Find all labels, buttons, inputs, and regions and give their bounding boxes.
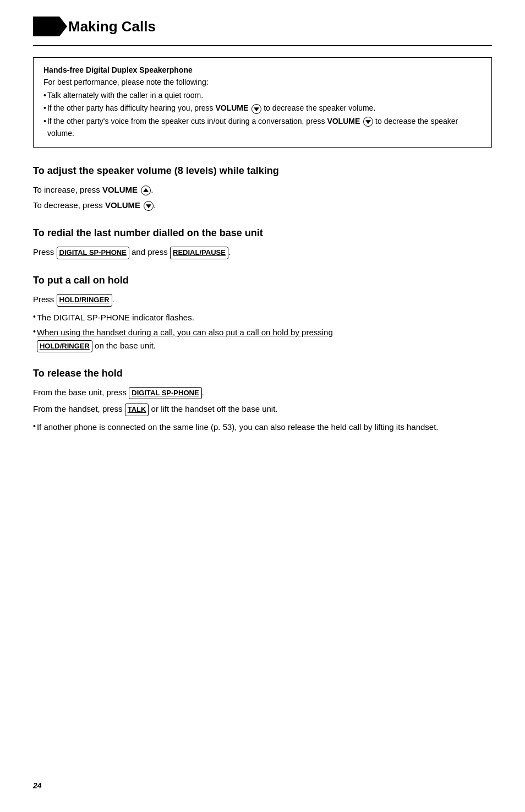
- section-title-redial: To redial the last number dialled on the…: [33, 227, 492, 239]
- notice-box: Hands-free Digital Duplex Speakerphone F…: [33, 57, 492, 148]
- bullet-dot: •: [43, 102, 46, 115]
- section-title-adjust-volume: To adjust the speaker volume (8 levels) …: [33, 165, 492, 177]
- notice-bullet-3: • If the other party's voice from the sp…: [43, 116, 482, 139]
- bullet-dot: •: [33, 326, 36, 338]
- digital-sp-phone-key: DIGITAL SP-PHONE: [57, 247, 129, 259]
- hold-bullet-2: • When using the handset during a call, …: [33, 326, 492, 352]
- section-title-hold: To put a call on hold: [33, 275, 492, 286]
- notice-box-intro: For best performance, please note the fo…: [43, 77, 482, 139]
- volume-up-icon: [141, 186, 151, 195]
- arrow-icon: [33, 17, 59, 36]
- hold-bullet-list: • The DIGITAL SP-PHONE indicator flashes…: [33, 311, 492, 352]
- talk-key: TALK: [125, 404, 149, 416]
- bullet-dot: •: [43, 90, 46, 102]
- page-title: Making Calls: [68, 18, 156, 35]
- hold-ringer-key: HOLD/RINGER: [57, 294, 112, 307]
- volume-down-icon-3: [144, 201, 154, 211]
- section-body-hold: Press HOLD/RINGER. • The DIGITAL SP-PHON…: [33, 293, 492, 352]
- section-body-redial: Press DIGITAL SP-PHONE and press REDIAL/…: [33, 246, 492, 259]
- header-divider: [33, 45, 492, 46]
- hold-bullet-1: • The DIGITAL SP-PHONE indicator flashes…: [33, 311, 492, 324]
- section-title-release-hold: To release the hold: [33, 368, 492, 379]
- section-release-hold: To release the hold From the base unit, …: [33, 368, 492, 434]
- release-hold-bullet-list: • If another phone is connected on the s…: [33, 421, 492, 433]
- section-body-adjust-volume: To increase, press VOLUME . To decrease,…: [33, 183, 492, 212]
- page-header: Making Calls: [33, 17, 492, 40]
- notice-bullet-2: • If the other party has difficulty hear…: [43, 102, 482, 115]
- volume-down-icon: [251, 104, 261, 114]
- hold-ringer-key-2: HOLD/RINGER: [37, 340, 92, 352]
- notice-bullet-1: • Talk alternately with the caller in a …: [43, 90, 482, 102]
- section-hold: To put a call on hold Press HOLD/RINGER.…: [33, 275, 492, 352]
- bullet-dot: •: [33, 421, 36, 433]
- digital-sp-phone-key-2: DIGITAL SP-PHONE: [129, 387, 201, 400]
- bullet-dot: •: [43, 116, 46, 128]
- notice-box-title: Hands-free Digital Duplex Speakerphone: [43, 66, 482, 74]
- redial-pause-key: REDIAL/PAUSE: [170, 247, 228, 259]
- section-adjust-volume: To adjust the speaker volume (8 levels) …: [33, 165, 492, 212]
- volume-down-icon-2: [363, 117, 373, 127]
- page-number: 24: [33, 781, 42, 790]
- section-body-release-hold: From the base unit, press DIGITAL SP-PHO…: [33, 386, 492, 434]
- release-hold-bullet-1: • If another phone is connected on the s…: [33, 421, 492, 433]
- bullet-dot: •: [33, 311, 36, 323]
- section-redial: To redial the last number dialled on the…: [33, 227, 492, 259]
